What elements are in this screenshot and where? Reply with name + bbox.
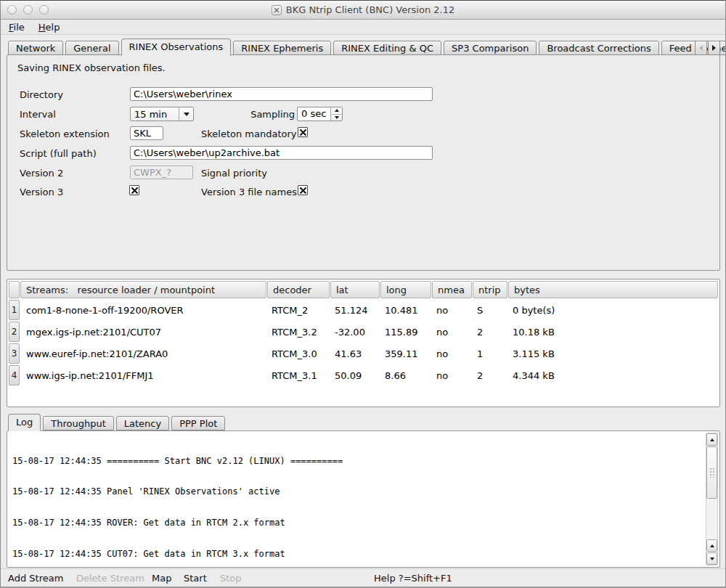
arrow-up-icon <box>710 438 714 441</box>
arrow-down-icon <box>335 116 339 119</box>
cell-long: 359.11 <box>380 348 431 359</box>
log-scrollbar[interactable] <box>706 433 718 565</box>
menu-help[interactable]: Help <box>38 22 60 33</box>
cell-bytes: 4.344 kB <box>507 370 718 381</box>
log-line: 15-08-17 12:44:35 CUT07: Get data in RTC… <box>12 549 702 559</box>
signal-priority-label: Signal priority <box>201 168 267 179</box>
tab-general[interactable]: General <box>65 41 118 55</box>
cell-lat: 50.09 <box>330 370 380 381</box>
tab-rinex-observations[interactable]: RINEX Observations <box>121 38 232 56</box>
header-decoder[interactable]: decoder <box>267 281 330 298</box>
row-header[interactable]: 2 <box>9 322 20 342</box>
header-ntrip[interactable]: ntrip <box>473 281 507 298</box>
corner-header-cell <box>9 281 20 298</box>
tab-latency[interactable]: Latency <box>116 416 169 430</box>
sampling-value: 0 sec <box>298 107 330 121</box>
spin-down-button[interactable] <box>331 115 342 121</box>
interval-value: 15 min <box>131 109 179 120</box>
menu-file[interactable]: File <box>9 22 25 33</box>
log-tabbar: Log Throughput Latency PPP Plot <box>8 416 227 430</box>
window-controls <box>7 5 49 15</box>
streams-table: Streams: resource loader / mountpoint de… <box>7 279 720 407</box>
scroll-down-button[interactable] <box>706 552 717 565</box>
cell-bytes: 0 byte(s) <box>507 305 718 316</box>
script-input[interactable] <box>130 146 433 160</box>
start-button[interactable]: Start <box>184 569 207 587</box>
cell-long: 115.89 <box>380 327 431 338</box>
skeleton-mandatory-checkbox[interactable] <box>298 127 308 137</box>
table-row[interactable]: 1 com1-8-none-1-off-19200/ROVER RTCM_2 5… <box>9 299 718 321</box>
directory-input[interactable] <box>130 87 433 101</box>
scrollbar-thumb[interactable] <box>706 446 717 499</box>
cell-lat: 41.63 <box>330 348 380 359</box>
scroll-up-button-bottom[interactable] <box>706 539 717 552</box>
spin-up-button[interactable] <box>331 107 342 115</box>
log-panel: 15-08-17 12:44:35 ========== Start BNC v… <box>7 430 720 568</box>
version3-checkbox[interactable] <box>129 185 139 195</box>
table-row[interactable]: 3 www.euref-ip.net:2101/ZARA0 RTCM_3.0 4… <box>9 343 718 364</box>
cell-ntrip: 2 <box>472 327 507 338</box>
tab-scroll-right-button[interactable] <box>708 41 720 55</box>
cell-ntrip: 2 <box>472 370 507 381</box>
tab-sp3-comparison[interactable]: SP3 Comparison <box>444 41 537 55</box>
help-shortcut-label: Help ?=Shift+F1 <box>374 569 452 587</box>
cell-long: 8.66 <box>380 370 431 381</box>
interval-dropdown[interactable]: 15 min <box>130 107 194 121</box>
checked-x-icon <box>131 187 139 195</box>
window-minimize-icon[interactable] <box>23 5 33 15</box>
arrow-down-icon <box>710 558 714 560</box>
window-close-icon[interactable] <box>7 5 17 15</box>
header-mountpoint[interactable]: Streams: resource loader / mountpoint <box>20 281 266 298</box>
directory-label: Directory <box>20 89 63 100</box>
titlebar: BKG Ntrip Client (BNC) Version 2.12 <box>1 1 725 20</box>
chevron-down-icon <box>179 107 193 121</box>
version3-label: Version 3 <box>20 187 63 197</box>
cell-nmea: no <box>431 348 472 359</box>
arrow-up-icon <box>710 544 714 547</box>
sampling-spinner[interactable]: 0 sec <box>297 107 343 121</box>
skeleton-mandatory-label: Skeleton mandatory <box>201 128 297 139</box>
script-label: Script (full path) <box>20 148 97 159</box>
cell-decoder: RTCM_3.0 <box>266 348 330 359</box>
table-row[interactable]: 2 mgex.igs-ip.net:2101/CUT07 RTCM_3.2 -3… <box>9 321 718 343</box>
tab-broadcast-corrections[interactable]: Broadcast Corrections <box>539 41 658 55</box>
tab-log[interactable]: Log <box>8 414 41 431</box>
cell-lat: -32.00 <box>330 327 380 338</box>
row-header[interactable]: 1 <box>9 300 20 320</box>
cell-bytes: 3.115 kB <box>507 348 718 359</box>
map-button[interactable]: Map <box>152 569 171 587</box>
cell-nmea: no <box>431 327 472 338</box>
scroll-up-button[interactable] <box>706 433 717 446</box>
window-zoom-icon[interactable] <box>39 5 49 15</box>
cell-mountpoint: com1-8-none-1-off-19200/ROVER <box>20 305 266 316</box>
tab-scroll-buttons <box>694 41 720 55</box>
cell-mountpoint: www.igs-ip.net:2101/FFMJ1 <box>20 370 266 381</box>
cell-decoder: RTCM_2 <box>266 305 330 316</box>
version3-file-names-label: Version 3 file names <box>201 187 297 197</box>
cell-ntrip: S <box>472 305 507 316</box>
skeleton-extension-label: Skeleton extension <box>20 128 110 139</box>
cell-mountpoint: mgex.igs-ip.net:2101/CUT07 <box>20 327 266 338</box>
header-lat[interactable]: lat <box>330 281 380 298</box>
cell-long: 10.481 <box>380 305 431 316</box>
cell-decoder: RTCM_3.1 <box>266 370 330 381</box>
table-row[interactable]: 4 www.igs-ip.net:2101/FFMJ1 RTCM_3.1 50.… <box>9 364 718 386</box>
header-long[interactable]: long <box>380 281 431 298</box>
row-header[interactable]: 3 <box>9 343 20 364</box>
tab-rinex-editing-qc[interactable]: RINEX Editing & QC <box>333 41 441 55</box>
bottom-toolbar: Add Stream Delete Stream Map Start Stop … <box>1 568 725 587</box>
menubar: File Help <box>1 20 725 35</box>
tab-ppp-plot[interactable]: PPP Plot <box>171 416 225 430</box>
tab-throughput[interactable]: Throughput <box>43 416 114 430</box>
log-line: 15-08-17 12:44:35 ROVER: Get data in RTC… <box>12 518 702 528</box>
tab-network[interactable]: Network <box>8 41 63 55</box>
skeleton-extension-input[interactable] <box>130 126 163 140</box>
header-bytes[interactable]: bytes <box>508 281 718 298</box>
cell-nmea: no <box>431 370 472 381</box>
add-stream-button[interactable]: Add Stream <box>8 569 63 587</box>
row-header[interactable]: 4 <box>9 365 20 385</box>
tab-scroll-left-button <box>695 41 707 55</box>
header-nmea[interactable]: nmea <box>432 281 472 298</box>
version3-file-names-checkbox[interactable] <box>298 185 308 195</box>
tab-rinex-ephemeris[interactable]: RINEX Ephemeris <box>233 41 331 55</box>
